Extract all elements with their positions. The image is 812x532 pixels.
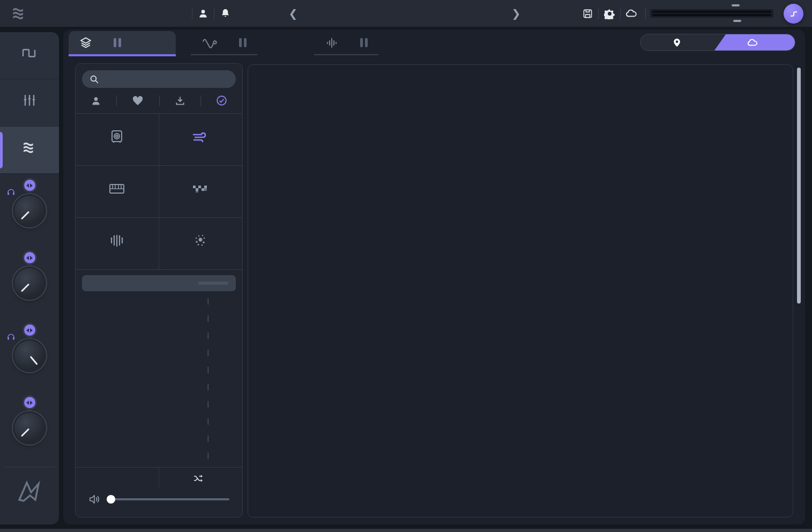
speaker-icon[interactable]: [88, 494, 100, 505]
category-3[interactable]: [159, 166, 243, 218]
tab-2[interactable]: [314, 31, 378, 55]
knob-group-2: [0, 319, 59, 391]
knob[interactable]: [14, 341, 44, 371]
tag-count-divider: |: [207, 434, 209, 442]
knob-pointer: [20, 283, 29, 292]
tag-row-10[interactable]: |: [82, 447, 236, 463]
tag-row-2[interactable]: |: [82, 309, 236, 326]
knob[interactable]: [14, 413, 44, 443]
category-5[interactable]: [159, 218, 243, 270]
tag-row-9[interactable]: |: [82, 430, 236, 446]
notifications-button[interactable]: [214, 8, 236, 19]
sequence-icon: [191, 183, 210, 194]
local-cloud-toggle: [640, 34, 795, 51]
right-arrow-icon: [30, 328, 33, 332]
search-input[interactable]: [106, 75, 228, 84]
account-button[interactable]: [192, 8, 214, 19]
filter-downloaded-button[interactable]: [175, 95, 185, 106]
tag-row-1[interactable]: |: [82, 292, 236, 308]
reset-button[interactable]: [76, 468, 159, 489]
sidebar-item-0[interactable]: [0, 32, 59, 79]
tab-cloud[interactable]: [714, 34, 795, 50]
filter-user-presets-button[interactable]: [91, 95, 101, 106]
preset-list: [248, 64, 793, 518]
tag-row-8[interactable]: |: [82, 412, 236, 428]
knob-pointer: [20, 428, 29, 437]
tag-row-7[interactable]: |: [82, 395, 236, 411]
pause-bars-icon[interactable]: [114, 38, 121, 47]
save-icon: [583, 9, 593, 19]
search-bar[interactable]: [82, 70, 236, 88]
volume-slider[interactable]: [111, 498, 229, 500]
left-arrow-icon: [26, 183, 29, 188]
preset-navigator: ❮ ❯: [284, 7, 525, 20]
left-arrow-icon: [26, 256, 29, 260]
sidebar-item-2[interactable]: [0, 127, 59, 174]
layers-icon: [79, 36, 92, 49]
mod-toggle-button[interactable]: [23, 395, 37, 410]
meter-tick-bottom[interactable]: [733, 20, 741, 22]
shuffle-button[interactable]: [159, 468, 242, 489]
tag-row-3[interactable]: |: [82, 327, 236, 343]
tag-count-divider: |: [207, 314, 209, 322]
tab-1[interactable]: [191, 31, 257, 55]
filter-favorites-button[interactable]: [132, 95, 144, 106]
filter-available-button[interactable]: [216, 95, 227, 106]
bass-icon: [109, 129, 125, 145]
filter-actions: [76, 467, 242, 489]
next-preset-button[interactable]: ❯: [507, 7, 525, 20]
right-arrow-icon: [30, 401, 33, 405]
settings-button[interactable]: [599, 8, 620, 19]
pause-bars-icon[interactable]: [239, 38, 247, 47]
headphones-icon: [6, 188, 16, 196]
mod-toggle-button[interactable]: [23, 178, 37, 193]
tag-row-4[interactable]: |: [82, 344, 236, 360]
cloud-icon: [747, 39, 758, 47]
meter-tick-top[interactable]: [732, 4, 740, 6]
output-level-meter: [650, 9, 773, 18]
wave-icon: [202, 37, 218, 49]
location-pin-icon: [673, 38, 681, 47]
sound-bars-icon: [325, 36, 339, 49]
tab-local[interactable]: [640, 34, 718, 50]
chord-icon: [109, 233, 125, 248]
preview-volume-row: [76, 489, 242, 512]
pause-bars-icon[interactable]: [360, 38, 368, 47]
lead-icon: [108, 182, 125, 196]
preset-list-scrollbar[interactable]: [797, 68, 801, 304]
cloud-icon: [625, 9, 637, 18]
mod-toggle-button[interactable]: [23, 323, 37, 337]
mod-toggle-button[interactable]: [23, 250, 37, 265]
previous-preset-button[interactable]: ❮: [284, 7, 302, 20]
tag-row-0[interactable]: |: [82, 275, 236, 291]
minimal-audio-logo-button[interactable]: [784, 4, 803, 24]
category-1[interactable]: [159, 114, 243, 166]
save-button[interactable]: [577, 9, 598, 19]
browser-filter-panel: | | | | | | | | |: [75, 63, 243, 518]
knob-pointer: [29, 356, 38, 365]
knob-group-3: [0, 391, 59, 463]
pad-icon: [192, 130, 209, 144]
granular-icon: [192, 233, 208, 248]
tag-count-divider: |: [207, 365, 209, 373]
knob-group-1: [0, 246, 59, 319]
top-bar: ❮ ❯: [0, 0, 812, 27]
knob[interactable]: [14, 268, 44, 298]
tag-row-5[interactable]: |: [82, 361, 236, 377]
sidebar-item-1[interactable]: [0, 79, 59, 127]
knob-pointer: [20, 211, 29, 219]
tag-count-divider: |: [207, 400, 209, 408]
cloud-sync-button[interactable]: [621, 9, 642, 18]
active-indicator: [0, 132, 3, 168]
category-4[interactable]: [76, 218, 159, 270]
tab-0[interactable]: [69, 31, 176, 56]
tag-count-divider: |: [207, 417, 209, 425]
tag-row-6[interactable]: |: [82, 378, 236, 394]
category-2[interactable]: [76, 166, 159, 218]
category-0[interactable]: [76, 114, 159, 166]
volume-slider-thumb[interactable]: [107, 495, 115, 504]
user-icon: [198, 8, 208, 19]
knob[interactable]: [14, 196, 44, 226]
minimal-audio-m-logo-icon: [0, 467, 59, 515]
meter-bar-right: [652, 14, 771, 16]
